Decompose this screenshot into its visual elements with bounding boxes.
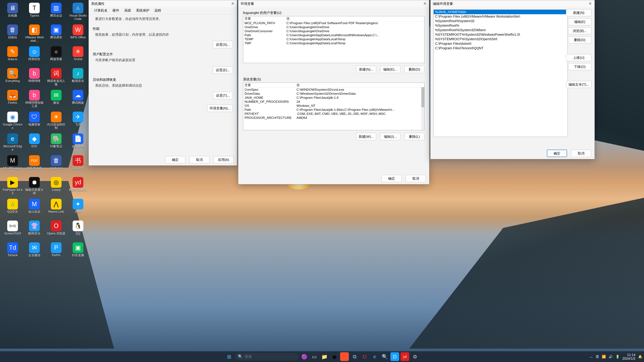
desktop-icon[interactable]: OOpera 浏览器 <box>45 220 67 241</box>
desktop-icon[interactable]: 👚酷狗音乐 <box>24 220 45 241</box>
ok-button[interactable]: 确定 <box>165 156 185 163</box>
desktop-icon[interactable]: 🐧QQ <box>67 220 89 241</box>
new-button[interactable]: 新建(N) <box>566 9 592 16</box>
start-button[interactable]: ⊞ <box>225 352 234 361</box>
desktop-icon[interactable]: 🗑回收站 <box>2 23 24 45</box>
volume-icon[interactable]: 🔊 <box>608 355 613 359</box>
desktop-icon[interactable]: ✦拼拼 <box>67 198 89 220</box>
desktop-icon[interactable]: ◧VMware Workstati... <box>24 23 45 45</box>
snip-taskbar-icon[interactable]: ⧉ <box>350 352 359 361</box>
apply-button[interactable]: 应用(A) <box>214 156 234 163</box>
desktop-icon[interactable]: TTypora <box>24 2 45 23</box>
search-input[interactable] <box>244 355 296 359</box>
tab-0[interactable]: 计算机名 <box>94 8 108 13</box>
desktop-icon[interactable]: ▥腾讯会议 <box>45 2 67 23</box>
list-item[interactable]: %SystemRoot%\System32\Wbem <box>434 28 568 32</box>
table-row[interactable]: PATHEXT.COM;.EXE;.BAT;.CMD;.VBS;.VBE;.JS… <box>243 112 424 116</box>
desktop-icon[interactable]: b哔哩哔哩 <box>24 67 45 89</box>
list-item[interactable]: %SystemRoot% <box>434 23 568 28</box>
table-row[interactable]: OneDriveConsumerC:\Users\liuguanglei\One… <box>243 29 424 33</box>
desktop-icon[interactable]: 🗑geek.exe <box>45 154 67 176</box>
table-row[interactable]: TMPC:\Users\liuguanglei\AppData\Local\Te… <box>243 41 424 45</box>
edit-text-button[interactable]: 编辑文本(T)... <box>566 81 592 88</box>
new-sys-var-button[interactable]: 新建(W)... <box>356 133 376 140</box>
desktop-icon[interactable]: 🔍Everything <box>2 67 24 89</box>
table-row[interactable]: PathC:\Users\liuguanglei\AppData\Local\M… <box>243 33 424 37</box>
task-view-icon[interactable]: ▭ <box>310 352 319 361</box>
desktop-icon[interactable]: WWPS Office <box>67 23 89 45</box>
file-explorer-icon[interactable]: 📁 <box>320 352 329 361</box>
desktop-icon[interactable]: 🐘印象笔记 <box>45 132 67 154</box>
table-row[interactable]: TEMPC:\Users\liuguanglei\AppData\Local\T… <box>243 37 424 41</box>
desktop-icon[interactable]: ▣抖音直播 <box>67 241 89 263</box>
close-icon[interactable]: ✕ <box>230 1 236 6</box>
system-vars-list[interactable]: 变量值 ComSpecC:\WINDOWS\system32\cmd.exeDr… <box>243 83 424 130</box>
list-item[interactable]: C:\Program Files\dotnet\ <box>434 41 568 46</box>
settings-taskbar-icon[interactable]: ⚙ <box>410 352 419 361</box>
move-up-button[interactable]: 上移(U) <box>566 54 592 61</box>
desktop-icon[interactable]: M金山会议 <box>24 198 45 220</box>
list-item[interactable]: %SYSTEMROOT%\System32\OpenSSH\ <box>434 37 568 41</box>
desktop-icon[interactable]: ☁腾讯网盘 <box>67 89 89 111</box>
desktop-icon[interactable]: S>GScreenToGif <box>2 220 24 241</box>
youdao-taskbar-icon[interactable]: yd <box>400 352 409 361</box>
desktop-icon[interactable]: ⟑Visual Studio Code <box>67 2 89 23</box>
desktop-icon[interactable]: ☺阿里旺旺 <box>24 45 45 67</box>
everything-taskbar-icon[interactable]: 🔍 <box>380 352 389 361</box>
delete-sys-var-button[interactable]: 删除(L) <box>404 133 424 140</box>
desktop-icon[interactable]: 🖥此电脑 <box>2 2 24 23</box>
new-user-var-button[interactable]: 新建(N)... <box>356 66 376 73</box>
copilot-icon[interactable]: 🟣 <box>300 352 308 361</box>
chrome-taskbar-icon[interactable]: ◉ <box>330 352 339 361</box>
table-row[interactable]: MOZ_PLUGIN_PATHC:\Program Files (x86)\Fo… <box>243 21 424 25</box>
close-icon[interactable]: ✕ <box>587 1 593 6</box>
table-row[interactable]: JAVA_HOMEC:\Program Files\Java\jdk-1.8 <box>243 96 424 100</box>
move-down-button[interactable]: 下移(O) <box>568 63 592 70</box>
table-row[interactable]: ComSpecC:\WINDOWS\system32\cmd.exe <box>243 88 424 92</box>
table-row[interactable]: OSWindows_NT <box>243 104 424 108</box>
performance-settings-button[interactable]: 设置(S)... <box>213 41 233 48</box>
delete-button[interactable]: 删除(D) <box>568 36 592 43</box>
desktop-icon[interactable]: 📄金山文档 <box>67 132 89 154</box>
cancel-button[interactable]: 取消 <box>571 150 591 157</box>
environment-variables-button[interactable]: 环境变量(N)... <box>207 105 233 112</box>
wifi-icon[interactable]: 📶 <box>602 355 606 359</box>
desktop-icon[interactable]: PPixPin <box>45 241 67 263</box>
desktop-icon[interactable]: ♫QQ音乐 <box>2 198 24 220</box>
table-row[interactable]: NUMBER_OF_PROCESSORS24 <box>243 100 424 104</box>
desktop-icon[interactable]: 词网易有道词人版 <box>45 67 67 89</box>
opera-taskbar-icon[interactable]: O <box>360 352 369 361</box>
battery-icon[interactable]: 🔋 <box>616 355 620 359</box>
list-item[interactable]: %SystemRoot%\system32 <box>434 19 568 23</box>
table-row[interactable]: OneDriveC:\Users\liuguanglei\OneDrive <box>243 25 424 29</box>
browse-button[interactable]: 浏览(B)... <box>568 27 592 34</box>
desktop-icon[interactable]: TdToDesk <box>2 241 24 263</box>
list-item[interactable]: %JAVA_HOME%\bin <box>434 10 568 14</box>
desktop-icon[interactable]: MMindManager 23 <box>2 154 24 176</box>
desktop-icon[interactable]: ▶PotPlayer 64 bit <box>2 176 24 198</box>
taskbar-search[interactable]: 🔍 <box>235 353 298 361</box>
desktop-icon[interactable]: ✎draw.io <box>2 45 24 67</box>
tab-3[interactable]: 系统保护 <box>135 8 150 13</box>
edit-sys-var-button[interactable]: 编辑(I)... <box>380 133 400 140</box>
desktop-icon[interactable]: ♪酷我音乐 <box>67 67 89 89</box>
desktop-icon[interactable]: eMicrosoft Edge <box>2 132 24 154</box>
tray-expand-icon[interactable]: ︿ <box>590 355 593 359</box>
desktop-icon[interactable]: ◉Google Chrome <box>2 111 24 132</box>
table-row[interactable]: PathC:\Program Files\Java\jdk-1.8\bin;C:… <box>243 108 424 112</box>
desktop-icon[interactable]: yd网易有道翻译 <box>67 176 89 198</box>
startup-recovery-settings-button[interactable]: 设置(T)... <box>213 92 233 99</box>
scrollbar-thumb[interactable] <box>421 87 424 107</box>
cancel-button[interactable]: 取消 <box>189 156 210 163</box>
tab-4[interactable]: 远程 <box>154 8 162 13</box>
desktop-icon[interactable]: ⋀Maono Link <box>45 198 67 220</box>
desktop-icon[interactable]: ⟐网速管家 <box>45 45 67 67</box>
desktop-icon[interactable]: b哔哩哔哩投稿工具 <box>24 89 45 111</box>
desktop-icon[interactable]: PDF福昕阅读器 <box>24 154 45 176</box>
desktop-icon[interactable]: ✉微信 <box>45 89 67 111</box>
notifications-icon[interactable]: 🔔 <box>638 355 642 359</box>
desktop-icon[interactable]: ▣腾讯课堂 <box>45 23 67 45</box>
path-list[interactable]: %JAVA_HOME%\binC:\Program Files (x86)\VM… <box>434 9 568 137</box>
ime-indicator[interactable]: 英 <box>596 355 599 359</box>
desktop-icon[interactable]: ◎Listary <box>45 176 67 198</box>
